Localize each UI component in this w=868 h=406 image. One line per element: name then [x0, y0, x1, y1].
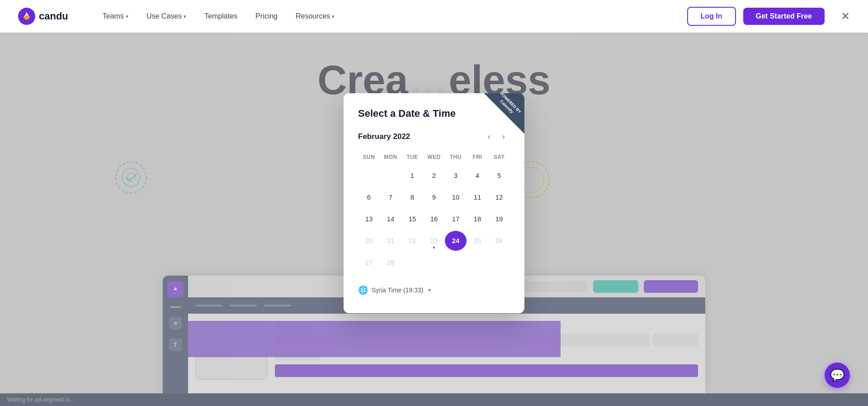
globe-icon: 🌐 [358, 285, 368, 295]
cal-cell-4[interactable]: 4 [467, 166, 488, 186]
cal-cell-empty-1 [358, 166, 380, 186]
nav-teams[interactable]: Teams ▾ [95, 9, 136, 24]
nav-resources[interactable]: Resources ▾ [288, 9, 342, 24]
nav-teams-label: Teams [103, 12, 124, 20]
cal-cell-25: 25 [467, 231, 488, 251]
timezone-selector[interactable]: 🌐 Syria Time (19:33) ▼ [358, 285, 510, 295]
nav-resources-chevron: ▾ [332, 14, 335, 19]
nav-resources-label: Resources [296, 12, 330, 20]
cal-cell-13[interactable]: 13 [358, 209, 380, 229]
day-header-fri: FRI [467, 152, 488, 162]
day-header-mon: MON [380, 152, 401, 162]
cal-cell-empty-3 [401, 253, 423, 272]
date-time-modal: POWERED BY Calendly Select a Date & Time… [344, 93, 524, 313]
login-button[interactable]: Log In [687, 7, 736, 26]
cal-cell-18[interactable]: 18 [467, 209, 488, 229]
cal-cell-17[interactable]: 17 [445, 209, 467, 229]
day-header-thu: THU [445, 152, 467, 162]
navbar-actions: Log In Get Started Free ✕ [687, 7, 850, 26]
calendar-day-headers: SUN MON TUE WED THU FRI SAT [358, 152, 510, 162]
cal-cell-1[interactable]: 1 [401, 166, 423, 186]
cal-cell-empty-2 [380, 166, 401, 186]
cal-cell-2[interactable]: 2 [423, 166, 445, 186]
nav-templates[interactable]: Templates [197, 9, 245, 24]
cal-cell-empty-4 [423, 253, 445, 272]
cal-cell-23: 23 [423, 231, 445, 251]
cal-cell-27: 27 [358, 253, 380, 272]
nav-teams-chevron: ▾ [126, 14, 128, 19]
nav-use-cases-label: Use Cases [146, 12, 182, 20]
nav-templates-label: Templates [204, 12, 237, 20]
cal-cell-22: 22 [401, 231, 423, 251]
timezone-label: Syria Time (19:33) [372, 287, 423, 294]
timezone-chevron: ▼ [427, 287, 432, 293]
day-header-wed: WED [423, 152, 445, 162]
cal-cell-empty-7 [488, 253, 510, 272]
cal-cell-21: 21 [380, 231, 401, 251]
calendly-badge: POWERED BY Calendly [484, 93, 524, 134]
day-header-tue: TUE [401, 152, 423, 162]
modal-content: POWERED BY Calendly Select a Date & Time… [344, 93, 524, 313]
close-nav-icon[interactable]: ✕ [841, 10, 850, 23]
cal-cell-8[interactable]: 8 [401, 187, 423, 207]
logo-icon [18, 8, 35, 25]
cal-cell-10[interactable]: 10 [445, 187, 467, 207]
cal-cell-empty-6 [467, 253, 488, 272]
logo[interactable]: candu [18, 8, 68, 25]
cal-cell-28: 28 [380, 253, 401, 272]
cal-cell-3[interactable]: 3 [445, 166, 467, 186]
cal-cell-empty-5 [445, 253, 467, 272]
cal-cell-24[interactable]: 24 [445, 231, 467, 251]
chat-bubble-button[interactable]: 💬 [825, 363, 850, 388]
day-header-sat: SAT [488, 152, 510, 162]
day-header-sun: SUN [358, 152, 380, 162]
cal-cell-5[interactable]: 5 [488, 166, 510, 186]
cal-cell-20: 20 [358, 231, 380, 251]
navbar: candu Teams ▾ Use Cases ▾ Templates Pric… [0, 0, 868, 33]
cal-cell-12[interactable]: 12 [488, 187, 510, 207]
cal-cell-15[interactable]: 15 [401, 209, 423, 229]
nav-pricing-label: Pricing [255, 12, 278, 20]
nav-links: Teams ▾ Use Cases ▾ Templates Pricing Re… [95, 9, 687, 24]
cal-cell-26: 26 [488, 231, 510, 251]
svg-point-1 [24, 15, 29, 20]
cal-cell-6[interactable]: 6 [358, 187, 380, 207]
nav-use-cases-chevron: ▾ [184, 14, 186, 19]
cal-cell-9[interactable]: 9 [423, 187, 445, 207]
cal-cell-19[interactable]: 19 [488, 209, 510, 229]
nav-use-cases[interactable]: Use Cases ▾ [139, 9, 193, 24]
cal-cell-11[interactable]: 11 [467, 187, 488, 207]
get-started-button[interactable]: Get Started Free [743, 8, 825, 25]
cal-cell-16[interactable]: 16 [423, 209, 445, 229]
chat-icon: 💬 [830, 368, 844, 382]
calendar-grid: 1 2 3 4 5 6 7 8 9 10 11 12 13 14 15 16 1… [358, 166, 510, 272]
calendar-month: February 2022 [358, 132, 410, 141]
cal-cell-7[interactable]: 7 [380, 187, 401, 207]
cal-cell-14[interactable]: 14 [380, 209, 401, 229]
logo-text: candu [39, 10, 68, 22]
nav-pricing[interactable]: Pricing [248, 9, 285, 24]
